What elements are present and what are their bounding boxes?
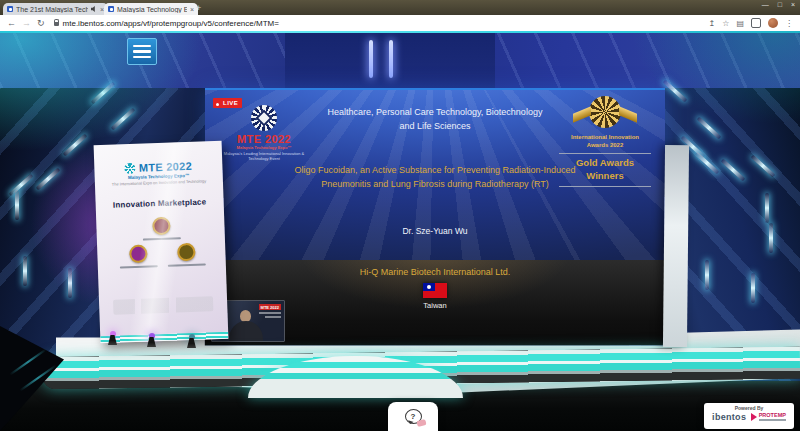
help-desk-button[interactable]: ? (388, 402, 438, 431)
award-level-2: Winners (586, 170, 623, 181)
award-slide: LIVE MTE 2022 Malaysia Technology Expo™ … (205, 90, 665, 260)
winner-name: Dr. Sze-Yuan Wu (205, 226, 665, 236)
award-category: Healthcare, Personal Care Technology, Bi… (320, 106, 550, 133)
awards-year: Awards 2022 (587, 142, 624, 148)
taiwan-flag (423, 283, 447, 298)
url-field[interactable]: mte.ibentos.com/apps/vf/protempgroup/v5/… (51, 19, 703, 28)
hand-icon (416, 419, 426, 427)
medal-caption (168, 263, 206, 266)
browser-tab-bar: The 21st Malaysia Technol... × Malaysia … (0, 0, 800, 15)
neon-tube (23, 256, 27, 286)
stage-ceiling (0, 33, 800, 88)
new-tab-button[interactable]: + (196, 3, 201, 13)
reload-icon[interactable]: ↻ (37, 19, 45, 28)
powered-by-card[interactable]: Powered By ibentos PROTEMP (704, 403, 794, 429)
stage-spotlight (187, 334, 196, 348)
award-title: Oligo Fucoidan, an Active Substance for … (293, 164, 577, 192)
protemp-logo: PROTEMP (751, 413, 786, 422)
mte-globe-icon (125, 162, 136, 173)
awards-globe-icon (589, 96, 621, 128)
award-level: Gold Awards (576, 157, 634, 168)
mte-globe-icon (251, 105, 277, 131)
share-icon[interactable]: ↥ (709, 19, 716, 28)
close-button[interactable]: × (791, 1, 795, 8)
main-presentation-screen[interactable]: LIVE MTE 2022 Malaysia Technology Expo™ … (205, 88, 665, 345)
medal-icon (152, 217, 171, 236)
site-favicon (7, 6, 13, 12)
mte-logo: MTE 2022 Malaysia Technology Expo™ Malay… (219, 105, 309, 161)
back-icon[interactable]: ← (7, 19, 16, 28)
bookmark-star-icon[interactable]: ☆ (722, 19, 729, 28)
mte-logo-small: MTE 2022 (94, 159, 222, 175)
url-text: mte.ibentos.com/apps/vf/protempgroup/v5/… (63, 19, 279, 28)
mte-tagline: The International Expo on Innovation and… (95, 178, 223, 187)
forward-icon[interactable]: → (22, 19, 31, 28)
thumbnail-text-line (265, 316, 281, 318)
menu-hamburger-button[interactable] (127, 38, 157, 65)
site-favicon (108, 6, 114, 12)
tab-audio-icon[interactable] (91, 6, 97, 12)
neon-tube (15, 190, 19, 220)
tab-title: The 21st Malaysia Technol... (16, 6, 88, 13)
side-screen-right (663, 145, 689, 347)
neon-tube (765, 193, 769, 223)
lock-icon[interactable] (54, 22, 59, 26)
innovation-marketplace-panel[interactable]: MTE 2022 Malaysia Technology Expo™ The I… (94, 141, 229, 343)
medal-icon (129, 244, 148, 263)
ceiling-light-tube (389, 40, 393, 78)
thumbnail-text-line (259, 312, 281, 314)
faded-logos (113, 296, 213, 314)
cyan-top-strip (0, 31, 800, 33)
thumbnail-badge: MTE 2022 (259, 304, 281, 310)
virtual-event-stage: LIVE MTE 2022 Malaysia Technology Expo™ … (0, 31, 800, 431)
neon-tube (769, 223, 773, 253)
ibentos-logo: ibentos (712, 412, 746, 422)
protemp-subtext-bar (759, 419, 786, 421)
divider (559, 153, 651, 154)
browser-tab-2[interactable]: Malaysia Technology Expo × (104, 3, 198, 15)
ceiling-light-tube (369, 40, 373, 78)
stage-spotlight (147, 333, 156, 347)
tab-close-icon[interactable]: × (190, 6, 194, 13)
neon-tube (68, 268, 72, 298)
mte-title: MTE 2022 (139, 160, 193, 174)
window-controls: — □ × (762, 1, 795, 8)
tab-title: Malaysia Technology Expo (117, 6, 187, 13)
neon-tube (705, 260, 709, 290)
protemp-arrow-icon (751, 413, 757, 421)
medal-caption (143, 237, 181, 240)
maximize-button[interactable]: □ (778, 1, 782, 8)
profile-avatar[interactable] (768, 18, 778, 28)
marketplace-heading: Innovation Marketplace (96, 197, 224, 210)
mte-subtitle: Malaysia Technology Expo™ (95, 172, 223, 181)
medal-icon (177, 243, 196, 262)
divider (559, 186, 651, 187)
innovation-awards-logo: International Innovation Awards 2022 Gol… (551, 96, 659, 190)
side-panel-icon[interactable]: ▤ (736, 19, 744, 28)
award-medals (96, 215, 226, 277)
powered-by-label: Powered By (704, 405, 794, 411)
browser-address-bar: ← → ↻ mte.ibentos.com/apps/vf/protempgro… (0, 15, 800, 32)
company-name: Hi-Q Marine Biotech International Ltd. (205, 267, 665, 277)
awards-name: International Innovation (571, 134, 639, 140)
stage-spotlight (108, 331, 117, 345)
browser-menu-icon[interactable]: ⋮ (785, 19, 793, 28)
browser-tab-1[interactable]: The 21st Malaysia Technol... × (3, 3, 108, 15)
mte-logo-title: MTE 2022 (219, 133, 309, 145)
medal-caption (120, 265, 158, 268)
mte-logo-tagline: Malaysia's Leading International Innovat… (219, 151, 309, 161)
address-bar-actions: ↥ ☆ ▤ ⋮ (709, 18, 793, 28)
minimize-button[interactable]: — (762, 1, 769, 8)
protemp-text: PROTEMP (759, 412, 786, 418)
neon-tube (751, 273, 755, 303)
mte-logo-subtitle: Malaysia Technology Expo™ (219, 145, 309, 150)
extensions-icon[interactable] (751, 18, 761, 28)
